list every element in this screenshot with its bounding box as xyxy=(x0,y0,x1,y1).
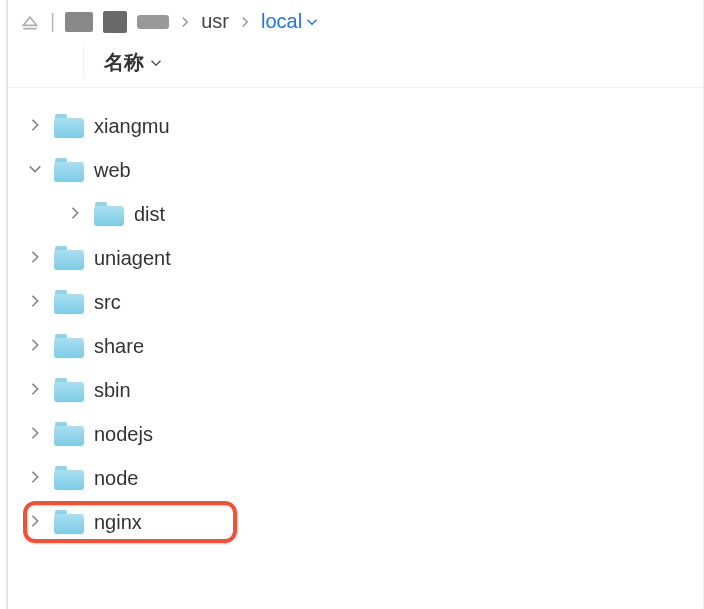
file-browser: | usr local 名称 xiangmuwebdistuniage xyxy=(6,0,704,609)
folder-icon xyxy=(54,422,84,446)
breadcrumb-item-current[interactable]: local xyxy=(261,10,318,33)
folder-label: sbin xyxy=(94,379,131,402)
folder-icon xyxy=(54,246,84,270)
chevron-down-icon[interactable] xyxy=(26,160,44,181)
chevron-right-icon xyxy=(239,10,251,33)
obscured-path-segment xyxy=(65,11,169,33)
breadcrumb: | usr local xyxy=(8,0,703,41)
folder-label: src xyxy=(94,291,121,314)
folder-icon xyxy=(54,378,84,402)
folder-row[interactable]: node xyxy=(26,456,703,500)
folder-tree: xiangmuwebdistuniagentsrcsharesbinnodejs… xyxy=(8,88,703,544)
folder-label: uniagent xyxy=(94,247,171,270)
chevron-right-icon xyxy=(179,10,191,33)
folder-label: node xyxy=(94,467,139,490)
chevron-right-icon[interactable] xyxy=(26,468,44,489)
chevron-right-icon[interactable] xyxy=(26,248,44,269)
folder-label: web xyxy=(94,159,131,182)
column-header-row: 名称 xyxy=(8,41,703,88)
folder-row[interactable]: xiangmu xyxy=(26,104,703,148)
folder-row[interactable]: nodejs xyxy=(26,412,703,456)
divider: | xyxy=(50,10,55,33)
folder-label: dist xyxy=(134,203,165,226)
column-header-name[interactable]: 名称 xyxy=(84,49,162,76)
chevron-right-icon[interactable] xyxy=(26,380,44,401)
eject-icon[interactable] xyxy=(20,12,40,32)
folder-row[interactable]: share xyxy=(26,324,703,368)
chevron-right-icon[interactable] xyxy=(26,292,44,313)
folder-label: xiangmu xyxy=(94,115,170,138)
folder-row[interactable]: nginx xyxy=(26,500,703,544)
folder-icon xyxy=(54,290,84,314)
folder-icon xyxy=(54,334,84,358)
folder-row[interactable]: uniagent xyxy=(26,236,703,280)
breadcrumb-item-usr[interactable]: usr xyxy=(201,10,229,33)
folder-row[interactable]: dist xyxy=(26,192,703,236)
folder-label: nodejs xyxy=(94,423,153,446)
folder-icon xyxy=(94,202,124,226)
spacer-column xyxy=(8,47,84,77)
folder-icon xyxy=(54,510,84,534)
folder-icon xyxy=(54,114,84,138)
chevron-right-icon[interactable] xyxy=(26,116,44,137)
column-header-label: 名称 xyxy=(104,49,144,76)
chevron-right-icon[interactable] xyxy=(26,336,44,357)
folder-label: nginx xyxy=(94,511,142,534)
chevron-right-icon[interactable] xyxy=(26,424,44,445)
breadcrumb-current-label: local xyxy=(261,10,302,33)
folder-label: share xyxy=(94,335,144,358)
folder-icon xyxy=(54,158,84,182)
folder-icon xyxy=(54,466,84,490)
chevron-right-icon[interactable] xyxy=(66,204,84,225)
chevron-right-icon[interactable] xyxy=(26,512,44,533)
folder-row[interactable]: src xyxy=(26,280,703,324)
folder-row[interactable]: sbin xyxy=(26,368,703,412)
chevron-down-icon xyxy=(150,51,162,74)
folder-row[interactable]: web xyxy=(26,148,703,192)
chevron-down-icon xyxy=(306,10,318,33)
